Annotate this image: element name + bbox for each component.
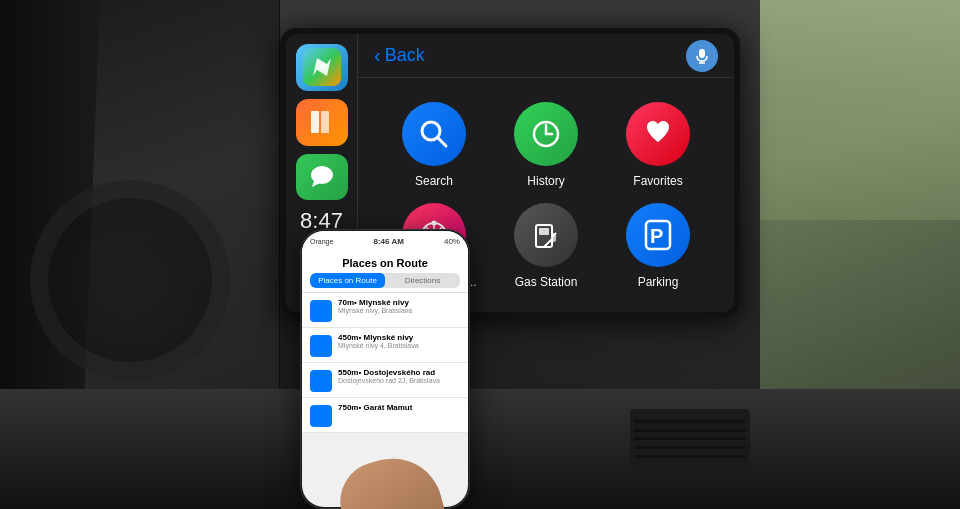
phone-header: Places on Route Places on Route Directio… xyxy=(302,251,468,293)
place-address: Mlynské nivy 4, Bratislava xyxy=(338,342,460,349)
place-address: Dostojevského rad 2J, Bratislava xyxy=(338,377,460,384)
vent-line xyxy=(634,437,746,440)
svg-point-1 xyxy=(319,62,325,68)
vent-line xyxy=(634,420,746,423)
grid-item-gas[interactable]: Gas Station xyxy=(490,195,602,296)
phone-status-bar: Orange 8:46 AM 40% xyxy=(302,231,468,251)
place-text: 550m• Dostojevského rad Dostojevského ra… xyxy=(338,368,460,384)
phone-screen-title: Places on Route xyxy=(310,257,460,269)
grid-item-favorites[interactable]: Favorites xyxy=(602,94,714,195)
books-app-icon[interactable] xyxy=(296,99,348,146)
svg-rect-5 xyxy=(699,49,705,58)
tab-places-on-route[interactable]: Places on Route xyxy=(310,273,385,288)
tab-directions[interactable]: Directions xyxy=(385,273,460,288)
place-text: 750m• Garát Mamut xyxy=(338,403,460,412)
phone-battery: 40% xyxy=(444,237,460,246)
search-label: Search xyxy=(415,174,453,188)
history-icon-circle xyxy=(514,102,578,166)
place-distance-name: 70m• Mlynské nivy xyxy=(338,298,460,307)
back-button[interactable]: ‹ Back xyxy=(374,44,425,67)
grid-item-history[interactable]: History xyxy=(490,94,602,195)
vent-line xyxy=(634,446,746,449)
grid-item-parking[interactable]: P Parking xyxy=(602,195,714,296)
window-exterior xyxy=(760,0,960,220)
svg-rect-2 xyxy=(311,111,319,133)
history-label: History xyxy=(527,174,564,188)
phone-time: 8:46 AM xyxy=(373,237,403,246)
list-item[interactable]: 70m• Mlynské nivy Mlynské nivy, Bratisla… xyxy=(302,293,468,328)
svg-point-19 xyxy=(432,220,437,225)
place-icon xyxy=(310,405,332,427)
parking-icon-circle: P xyxy=(626,203,690,267)
favorites-label: Favorites xyxy=(633,174,682,188)
back-chevron-icon: ‹ xyxy=(374,44,381,67)
grid-item-search[interactable]: Search xyxy=(378,94,490,195)
list-item[interactable]: 550m• Dostojevského rad Dostojevského ra… xyxy=(302,363,468,398)
place-text: 450m• Mlynské nivy Mlynské nivy 4, Brati… xyxy=(338,333,460,349)
phone-places-list: 70m• Mlynské nivy Mlynské nivy, Bratisla… xyxy=(302,293,468,433)
list-item[interactable]: 450m• Mlynské nivy Mlynské nivy 4, Brati… xyxy=(302,328,468,363)
phone-carrier: Orange xyxy=(310,238,333,245)
place-icon xyxy=(310,335,332,357)
svg-rect-24 xyxy=(539,228,549,235)
place-address: Mlynské nivy, Bratislava xyxy=(338,307,460,314)
vent-right xyxy=(630,409,750,469)
svg-rect-3 xyxy=(321,111,329,133)
maps-app-icon[interactable] xyxy=(296,44,348,91)
svg-text:P: P xyxy=(650,225,663,247)
screen-top-bar: ‹ Back xyxy=(358,34,734,78)
phone-tabs: Places on Route Directions xyxy=(310,273,460,288)
place-icon xyxy=(310,370,332,392)
place-distance-name: 750m• Garát Mamut xyxy=(338,403,460,412)
favorites-icon-circle xyxy=(626,102,690,166)
gas-icon-circle xyxy=(514,203,578,267)
place-text: 70m• Mlynské nivy Mlynské nivy, Bratisla… xyxy=(338,298,460,314)
search-icon-circle xyxy=(402,102,466,166)
messages-app-icon[interactable] xyxy=(296,154,348,201)
steering-wheel xyxy=(30,180,230,380)
place-icon xyxy=(310,300,332,322)
vent-line xyxy=(634,455,746,458)
vent-line xyxy=(634,429,746,432)
place-distance-name: 450m• Mlynské nivy xyxy=(338,333,460,342)
back-label: Back xyxy=(385,45,425,66)
svg-line-9 xyxy=(438,138,446,146)
gas-label: Gas Station xyxy=(515,275,578,289)
parking-label: Parking xyxy=(638,275,679,289)
list-item[interactable]: 750m• Garát Mamut xyxy=(302,398,468,433)
phone: Orange 8:46 AM 40% Places on Route Place… xyxy=(280,229,490,509)
microphone-button[interactable] xyxy=(686,40,718,72)
place-distance-name: 550m• Dostojevského rad xyxy=(338,368,460,377)
